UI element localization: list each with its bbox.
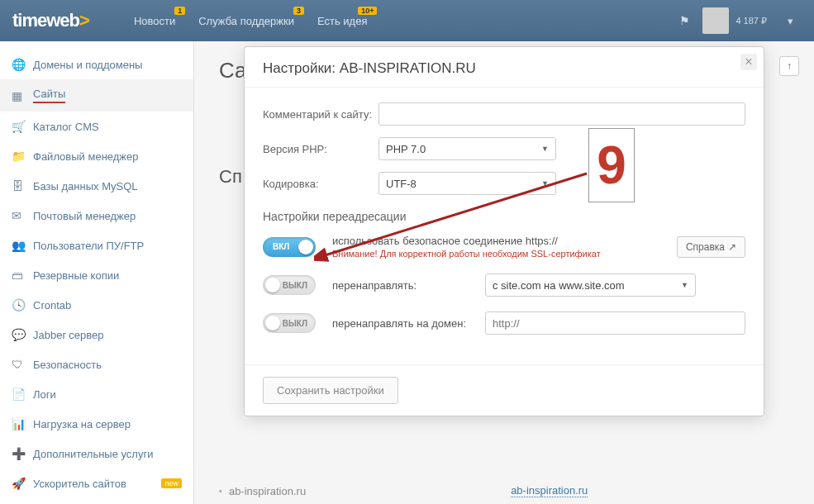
sidebar-item-domains[interactable]: 🌐Домены и поддомены (0, 50, 193, 79)
plus-icon: ➕ (12, 447, 25, 460)
rocket-icon: 🚀 (12, 477, 25, 490)
balance: 4 187 ₽ (735, 16, 767, 26)
comment-input[interactable] (378, 102, 745, 126)
php-select[interactable]: PHP 7.0▼ (378, 137, 556, 160)
database-icon: 🗄 (12, 179, 25, 193)
logo[interactable]: timeweb> (12, 10, 89, 31)
flag-icon[interactable]: ⚑ (679, 14, 690, 27)
shield-icon: 🛡 (12, 358, 25, 371)
sidebar: 🌐Домены и поддомены ▦Сайты 🛒Каталог CMS … (0, 41, 194, 504)
domain-label: перенаправлять на домен: (332, 317, 469, 330)
logs-icon: 📄 (12, 388, 25, 401)
header-nav: Новости1 Служба поддержки3 Есть идея10+ (122, 2, 379, 40)
encoding-label: Кодировка: (263, 178, 378, 190)
header: timeweb> Новости1 Служба поддержки3 Есть… (0, 0, 814, 41)
chevron-down-icon: ▼ (681, 281, 688, 289)
sidebar-item-jabber[interactable]: 💬Jabber сервер (0, 320, 193, 349)
chevron-down-icon: ▼ (541, 145, 549, 153)
nav-news[interactable]: Новости1 (122, 2, 187, 40)
sidebar-item-mail[interactable]: ✉Почтовый менеджер (0, 201, 193, 231)
https-label: использовать безопасное соединение https… (332, 235, 660, 247)
nav-idea[interactable]: Есть идея10+ (306, 2, 378, 40)
cart-icon: 🛒 (12, 120, 25, 133)
domain-input[interactable] (485, 311, 745, 335)
sidebar-item-backup[interactable]: 🗃Резервные копии (0, 260, 193, 290)
table-row: ▪ ab-inspiration.ru ab-inspiration.ru (219, 484, 789, 497)
sidebar-item-load[interactable]: 📊Нагрузка на сервер (0, 409, 193, 439)
users-icon: 👥 (12, 239, 25, 252)
site-name: ab-inspiration.ru (229, 485, 306, 497)
https-toggle[interactable]: ВКЛ (263, 237, 316, 257)
php-label: Версия PHP: (263, 143, 378, 155)
chart-icon: 📊 (12, 417, 25, 430)
chevron-down-icon: ▼ (541, 179, 549, 188)
user-block[interactable]: 4 187 ₽ (702, 7, 767, 34)
modal-title: Настройки: AB-INSPIRATION.RU (245, 47, 764, 88)
settings-modal: × Настройки: AB-INSPIRATION.RU Комментар… (244, 46, 764, 416)
user-menu-caret[interactable]: ▾ (779, 15, 802, 27)
save-button[interactable]: Сохранить настройки (263, 377, 398, 404)
domain-redirect-toggle[interactable]: ВЫКЛ (263, 313, 316, 333)
mail-icon: ✉ (12, 209, 25, 222)
sidebar-item-files[interactable]: 📁Файловый менеджер (0, 141, 193, 171)
https-warning: Внимание! Для корректной работы необходи… (332, 249, 660, 259)
globe-icon: 🌐 (12, 58, 25, 71)
help-button[interactable]: Справка↗ (677, 236, 745, 258)
site-link[interactable]: ab-inspiration.ru (511, 484, 588, 497)
encoding-select[interactable]: UTF-8▼ (378, 172, 556, 195)
chat-icon: 💬 (12, 328, 25, 341)
sidebar-item-crontab[interactable]: 🕓Crontab (0, 290, 193, 320)
avatar (702, 7, 729, 34)
close-icon[interactable]: × (740, 54, 757, 70)
comment-label: Комментарий к сайту: (263, 108, 378, 121)
external-icon: ↗ (728, 241, 736, 253)
folder-icon: 📁 (12, 150, 25, 163)
sidebar-item-accelerator[interactable]: 🚀Ускоритель сайтовnew (0, 468, 193, 498)
sidebar-item-sites[interactable]: ▦Сайты (0, 79, 193, 112)
annotation-number: 9 (588, 128, 635, 202)
redirect-section-title: Настройки переадресации (263, 210, 745, 223)
www-redirect-toggle[interactable]: ВЫКЛ (263, 275, 316, 295)
up-button[interactable]: ↑ (779, 56, 799, 76)
folder-icon: ▪ (219, 486, 222, 496)
nav-support[interactable]: Служба поддержки3 (187, 2, 306, 40)
sidebar-item-cms[interactable]: 🛒Каталог CMS (0, 112, 193, 141)
sidebar-item-addons[interactable]: ➕Дополнительные услуги (0, 439, 193, 468)
sidebar-item-security[interactable]: 🛡Безопасность (0, 349, 193, 379)
layout-icon: ▦ (12, 89, 25, 102)
redirect-select[interactable]: с site.com на www.site.com▼ (485, 273, 696, 297)
sidebar-item-logs[interactable]: 📄Логи (0, 379, 193, 409)
sidebar-item-users[interactable]: 👥Пользователи ПУ/FTP (0, 231, 193, 260)
sidebar-item-mysql[interactable]: 🗄Базы данных MySQL (0, 171, 193, 201)
backup-icon: 🗃 (12, 269, 25, 282)
redirect-label: перенаправлять: (332, 279, 469, 292)
new-badge: new (161, 478, 182, 488)
clock-icon: 🕓 (12, 298, 25, 311)
